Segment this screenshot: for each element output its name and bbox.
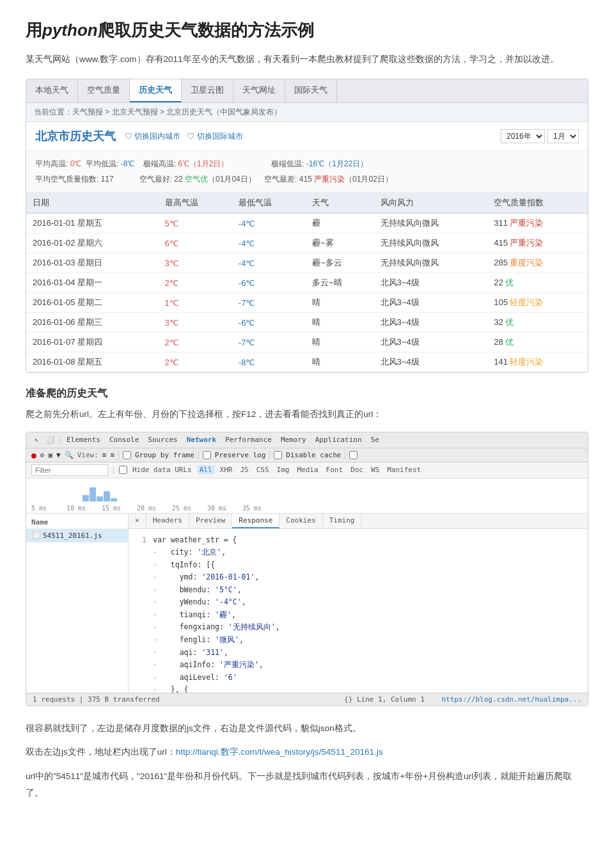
cell-high: 1℃ (159, 293, 232, 313)
tab-air-quality[interactable]: 空气质量 (78, 79, 130, 102)
devtools-timeline: 5 ms 10 ms 15 ms 20 ms 25 ms 30 ms 35 ms (26, 478, 588, 514)
security-tab[interactable]: Se (368, 435, 382, 445)
record-icon[interactable]: ● (31, 450, 36, 460)
search-icon[interactable]: 🔍 (65, 451, 74, 459)
preserve-log-checkbox[interactable] (203, 451, 211, 459)
col-wind: 风向风力 (374, 193, 488, 214)
status-position: {} Line 1, Column 1 https://blog.csdn.ne… (344, 695, 581, 704)
code-line-4: - ymd: '2016-01-01', (134, 571, 583, 584)
timeline-bar (83, 495, 89, 501)
code-line-3: - tqInfo: [{ (134, 559, 583, 572)
month-select[interactable]: 1月 2月 3月 (547, 129, 579, 143)
close-tab[interactable]: × (129, 514, 146, 528)
code-line-13: - }, { (134, 684, 583, 692)
filter-types: All XHR JS CSS Img Media Font Doc WS Man… (197, 465, 423, 475)
network-tab[interactable]: Network (184, 435, 219, 445)
switch-international-btn[interactable]: 切换国际城市 (187, 131, 242, 142)
file-icon (33, 532, 40, 539)
view-list-icon[interactable]: ≡ (102, 451, 107, 459)
code-content: 1 var weather_str = { - city: '北京', - tq… (129, 529, 588, 693)
cell-low: -6℃ (232, 273, 306, 293)
tab-international[interactable]: 国际天气 (285, 79, 337, 102)
cell-high: 3℃ (159, 313, 232, 333)
cell-date: 2016-01-06 星期三 (26, 313, 159, 333)
block-icon[interactable]: ▣ (48, 451, 52, 459)
tick-20ms: 20 ms (137, 505, 172, 512)
tick-15ms: 15 ms (102, 505, 137, 512)
cell-wind: 北风3~4级 (374, 333, 488, 352)
view-grid-icon[interactable]: ≡ (110, 451, 114, 459)
filter-input[interactable] (31, 464, 108, 476)
tab-satellite[interactable]: 卫星云图 (182, 79, 233, 102)
cell-date: 2016-01-02 星期六 (26, 233, 159, 253)
filter-js[interactable]: JS (237, 465, 251, 475)
cell-date: 2016-01-01 星期五 (26, 214, 159, 233)
headers-tab[interactable]: Headers (146, 514, 189, 528)
cell-aqi: 28 优 (487, 333, 588, 352)
disable-cache-checkbox[interactable] (274, 451, 282, 459)
cell-aqi: 311 严重污染 (487, 214, 588, 233)
section2-desc: 爬之前先分析url。左上有年份、月份的下拉选择框，按F12，进去看看能否找到真正… (26, 407, 588, 422)
col-aqi: 空气质量指数 (487, 193, 588, 214)
code-line-1: 1 var weather_str = { (134, 534, 583, 547)
cell-weather: 晴 (306, 352, 374, 372)
cell-wind: 无持续风向微风 (374, 253, 488, 273)
memory-tab[interactable]: Memory (278, 435, 309, 445)
response-tab[interactable]: Response (232, 514, 279, 528)
devtools-panel: ↖ ⬜ Elements Console Sources Network Per… (26, 432, 588, 706)
cell-wind: 北风3~4级 (374, 293, 488, 313)
tab-weather-sites[interactable]: 天气网址 (233, 79, 285, 102)
name-header: Name (26, 516, 128, 529)
table-row: 2016-01-01 星期五 5℃ -4℃ 霾 无持续风向微风 311 严重污染 (26, 214, 588, 233)
file-item-js[interactable]: 54511_20161.js (26, 529, 128, 542)
filter-xhr[interactable]: XHR (217, 465, 235, 475)
offline-checkbox[interactable] (349, 451, 358, 459)
sources-tab[interactable]: Sources (145, 435, 180, 445)
filter-ws[interactable]: WS (368, 465, 382, 475)
switch-domestic-btn[interactable]: 切换国内城市 (125, 131, 180, 142)
filter-img[interactable]: Img (274, 465, 292, 475)
table-row: 2016-01-08 星期五 2℃ -8℃ 晴 北风3~4级 141 轻度污染 (26, 352, 588, 372)
cell-low: -6℃ (232, 313, 306, 333)
filter-manifest[interactable]: Manifest (384, 465, 423, 475)
tab-local-weather[interactable]: 本地天气 (26, 79, 78, 102)
preview-tab[interactable]: Preview (189, 514, 232, 528)
group-by-frame-checkbox[interactable] (123, 451, 131, 459)
application-tab[interactable]: Application (313, 435, 365, 445)
city-title: 北京市历史天气 (35, 129, 116, 144)
tick-10ms: 10 ms (67, 505, 102, 512)
weather-widget: 本地天气 空气质量 历史天气 卫星云图 天气网址 国际天气 当前位置：天气预报 … (26, 79, 588, 373)
filter-font[interactable]: Font (324, 465, 346, 475)
filter-all[interactable]: All (197, 465, 215, 475)
code-line-7: - tianqi: '霾', (134, 609, 583, 622)
col-date: 日期 (26, 193, 159, 214)
cell-aqi: 32 优 (487, 313, 588, 333)
timing-tab[interactable]: Timing (323, 514, 362, 528)
filter-css[interactable]: CSS (254, 465, 272, 475)
cell-date: 2016-01-03 星期日 (26, 253, 159, 273)
cell-weather: 晴 (306, 313, 374, 333)
performance-tab[interactable]: Performance (223, 435, 274, 445)
hide-data-urls-checkbox[interactable] (119, 466, 127, 474)
code-line-10: - aqi: '311', (134, 647, 583, 659)
filter-icon[interactable]: ▼ (56, 451, 61, 459)
stop-icon[interactable]: ⊘ (40, 451, 45, 459)
cell-weather: 霾~多云 (306, 253, 374, 273)
devtools-toolbar2: ● ⊘ ▣ ▼ 🔍 View: ≡ ≡ Group by frame Prese… (26, 448, 588, 462)
cell-date: 2016-01-05 星期二 (26, 293, 159, 313)
col-weather: 天气 (306, 193, 374, 214)
inspect-icon[interactable]: ⬜ (45, 435, 56, 445)
status-url[interactable]: https://blog.csdn.net/hualimpa... (441, 695, 581, 704)
filter-doc[interactable]: Doc (348, 465, 366, 475)
cursor-icon[interactable]: ↖ (31, 435, 42, 445)
filter-media[interactable]: Media (294, 465, 320, 475)
cookies-tab[interactable]: Cookies (279, 514, 322, 528)
console-tab[interactable]: Console (107, 435, 141, 445)
elements-tab[interactable]: Elements (64, 435, 103, 445)
url-link[interactable]: http://tianqi.数字.com/t/wea_history/js/54… (176, 747, 383, 757)
year-select[interactable]: 2016年 2015年 2014年 (501, 129, 545, 143)
cell-date: 2016-01-04 星期一 (26, 273, 159, 293)
tab-historical-weather[interactable]: 历史天气 (130, 79, 182, 102)
cell-high: 6℃ (159, 233, 232, 253)
cell-date: 2016-01-07 星期四 (26, 333, 159, 352)
